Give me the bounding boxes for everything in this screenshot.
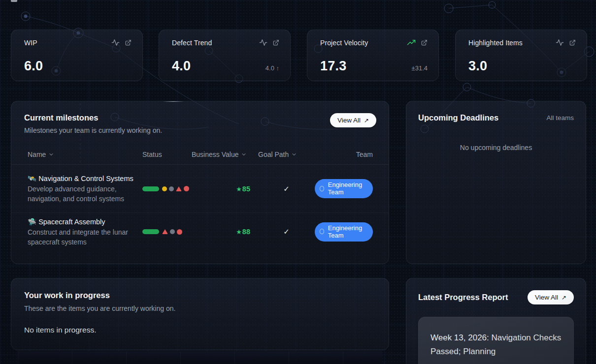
milestone-row-navigation-control-systems[interactable]: 🛰️ Navigation & Control Systems Develop …	[11, 165, 389, 213]
report-view-all-button[interactable]: View All ↗	[528, 290, 574, 304]
red-dot-icon	[177, 229, 182, 235]
red-dot-icon	[184, 186, 189, 191]
report-item-title: Week 13, 2026: Navigation Checks Passed;…	[430, 331, 562, 359]
deadlines-empty-message: No upcoming deadlines	[418, 144, 574, 152]
business-value-cell: ★85	[192, 185, 258, 193]
work-empty-message: No items in progress.	[24, 326, 376, 334]
view-all-label: View All	[535, 294, 558, 301]
stat-label: Defect Trend	[172, 39, 212, 47]
team-ring-icon	[320, 186, 324, 191]
deadlines-title: Upcoming Deadlines	[418, 113, 498, 122]
trending-up-icon	[407, 38, 416, 47]
stat-label: WIP	[24, 39, 37, 47]
milestone-name: Spacecraft Assembly	[38, 218, 105, 226]
arrow-up-right-icon: ↗	[562, 294, 566, 301]
stat-value: 3.0	[468, 59, 487, 74]
status-indicators	[142, 186, 192, 191]
milestones-title: Current milestones	[24, 113, 162, 122]
report-title: Latest Progress Report	[418, 293, 508, 302]
team-filter[interactable]: All teams	[546, 114, 574, 121]
activity-icon	[111, 38, 120, 47]
table-header-row: Name Status Business Value Goal Path Tea…	[11, 144, 389, 165]
star-icon: ★	[236, 228, 242, 236]
column-header-name[interactable]: Name	[28, 151, 142, 158]
team-ring-icon	[320, 229, 324, 234]
stat-card-project-velocity: Project Velocity 17.3 ±31.4	[307, 30, 439, 81]
gray-dot-icon	[169, 186, 174, 191]
milestone-row-spacecraft-assembly[interactable]: 🛸 Spacecraft Assembly Construct and inte…	[11, 213, 389, 250]
card-reflection-decoration	[18, 351, 382, 364]
milestones-view-all-button[interactable]: View All ↗	[330, 113, 376, 127]
stat-variance: ±31.4	[412, 64, 428, 74]
external-link-icon[interactable]	[272, 39, 279, 46]
view-all-label: View All	[337, 117, 361, 124]
status-indicators	[142, 229, 192, 235]
milestones-subtitle: Milestones your team is currently workin…	[24, 126, 162, 134]
milestone-description: Develop advanced guidance, navigation, a…	[28, 184, 135, 204]
red-triangle-icon	[162, 229, 168, 234]
current-milestones-card: Current milestones Milestones your team …	[11, 101, 389, 264]
external-link-icon[interactable]	[125, 39, 132, 46]
stat-value: 4.0	[172, 59, 191, 74]
gray-dot-icon	[170, 229, 175, 234]
arrow-up-right-icon: ↗	[364, 117, 369, 124]
yellow-dot-icon	[162, 186, 167, 191]
red-triangle-icon	[176, 186, 182, 191]
satellite-emoji: 🛰️	[28, 175, 36, 182]
work-in-progress-card: Your work in progress These are the item…	[11, 278, 389, 350]
stat-card-highlighted-items: Highlighted Items 3.0	[455, 30, 587, 81]
stat-label: Highlighted Items	[468, 39, 523, 47]
stat-value: 6.0	[24, 59, 43, 74]
external-link-icon[interactable]	[569, 39, 576, 46]
column-header-goal-path[interactable]: Goal Path	[258, 151, 315, 158]
milestone-name: Navigation & Control Systems	[38, 175, 133, 182]
activity-icon	[556, 38, 564, 47]
report-item[interactable]: Week 13, 2026: Navigation Checks Passed;…	[418, 317, 574, 364]
work-subtitle: These are the items you are currently wo…	[24, 304, 376, 312]
business-value-cell: ★88	[192, 228, 258, 236]
team-badge[interactable]: Engineering Team	[315, 179, 373, 198]
activity-icon	[259, 38, 267, 47]
stat-card-wip: WIP 6.0	[11, 30, 143, 81]
star-icon: ★	[236, 185, 242, 193]
scroll-indicator	[11, 0, 17, 2]
latest-progress-report-card: Latest Progress Report View All ↗ Week 1…	[406, 278, 586, 364]
milestone-description: Construct and integrate the lunar spacec…	[28, 227, 135, 247]
flying-saucer-emoji: 🛸	[28, 218, 36, 226]
work-title: Your work in progress	[24, 291, 376, 300]
chevron-down-icon	[241, 152, 247, 157]
stat-label: Project Velocity	[320, 39, 368, 47]
upcoming-deadlines-card: Upcoming Deadlines All teams No upcoming…	[406, 101, 586, 264]
chevron-down-icon	[291, 152, 297, 157]
green-bar-icon	[142, 229, 159, 234]
chevron-down-icon	[48, 152, 54, 157]
stat-value: 17.3	[320, 59, 346, 74]
stat-card-defect-trend: Defect Trend 4.0 4.0 ↑	[159, 30, 291, 81]
column-header-status[interactable]: Status	[142, 151, 192, 158]
stat-trend: 4.0 ↑	[265, 64, 279, 74]
milestones-table: Name Status Business Value Goal Path Tea…	[11, 144, 389, 250]
goal-path-check: ✓	[258, 184, 315, 193]
column-header-business-value[interactable]: Business Value	[192, 151, 258, 158]
green-bar-icon	[142, 186, 159, 191]
external-link-icon[interactable]	[421, 39, 428, 46]
team-badge[interactable]: Engineering Team	[315, 222, 373, 242]
column-header-team[interactable]: Team	[315, 151, 373, 158]
goal-path-check: ✓	[258, 227, 315, 236]
